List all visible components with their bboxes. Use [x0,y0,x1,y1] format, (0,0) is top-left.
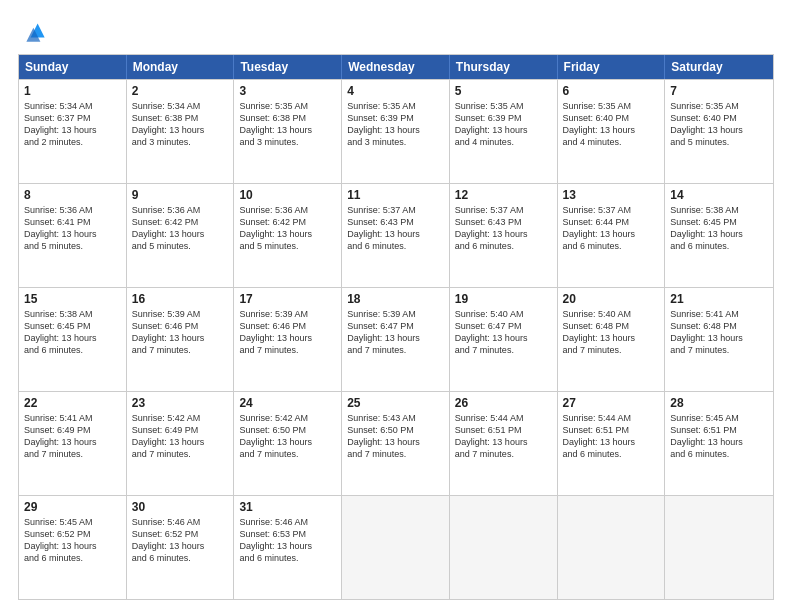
day-number-29: 29 [24,500,121,514]
calendar: SundayMondayTuesdayWednesdayThursdayFrid… [18,54,774,600]
cal-cell-23: 23Sunrise: 5:42 AMSunset: 6:49 PMDayligh… [127,392,235,495]
day-number-25: 25 [347,396,444,410]
cal-cell-1: 1Sunrise: 5:34 AMSunset: 6:37 PMDaylight… [19,80,127,183]
calendar-week-0: 1Sunrise: 5:34 AMSunset: 6:37 PMDaylight… [19,79,773,183]
cal-cell-2: 2Sunrise: 5:34 AMSunset: 6:38 PMDaylight… [127,80,235,183]
logo [18,18,50,46]
day-info-15: Sunrise: 5:38 AMSunset: 6:45 PMDaylight:… [24,308,121,357]
day-info-28: Sunrise: 5:45 AMSunset: 6:51 PMDaylight:… [670,412,768,461]
header-day-thursday: Thursday [450,55,558,79]
cal-cell-8: 8Sunrise: 5:36 AMSunset: 6:41 PMDaylight… [19,184,127,287]
day-info-30: Sunrise: 5:46 AMSunset: 6:52 PMDaylight:… [132,516,229,565]
day-number-27: 27 [563,396,660,410]
day-info-19: Sunrise: 5:40 AMSunset: 6:47 PMDaylight:… [455,308,552,357]
day-info-21: Sunrise: 5:41 AMSunset: 6:48 PMDaylight:… [670,308,768,357]
day-info-6: Sunrise: 5:35 AMSunset: 6:40 PMDaylight:… [563,100,660,149]
header-day-friday: Friday [558,55,666,79]
cal-cell-6: 6Sunrise: 5:35 AMSunset: 6:40 PMDaylight… [558,80,666,183]
day-number-22: 22 [24,396,121,410]
day-number-17: 17 [239,292,336,306]
day-number-30: 30 [132,500,229,514]
logo-icon [18,18,46,46]
day-number-4: 4 [347,84,444,98]
cal-cell-4: 4Sunrise: 5:35 AMSunset: 6:39 PMDaylight… [342,80,450,183]
header-day-saturday: Saturday [665,55,773,79]
day-number-7: 7 [670,84,768,98]
cal-cell-15: 15Sunrise: 5:38 AMSunset: 6:45 PMDayligh… [19,288,127,391]
cal-cell-19: 19Sunrise: 5:40 AMSunset: 6:47 PMDayligh… [450,288,558,391]
day-info-16: Sunrise: 5:39 AMSunset: 6:46 PMDaylight:… [132,308,229,357]
cal-cell-7: 7Sunrise: 5:35 AMSunset: 6:40 PMDaylight… [665,80,773,183]
day-info-5: Sunrise: 5:35 AMSunset: 6:39 PMDaylight:… [455,100,552,149]
day-info-8: Sunrise: 5:36 AMSunset: 6:41 PMDaylight:… [24,204,121,253]
day-info-17: Sunrise: 5:39 AMSunset: 6:46 PMDaylight:… [239,308,336,357]
cal-cell-25: 25Sunrise: 5:43 AMSunset: 6:50 PMDayligh… [342,392,450,495]
cal-cell-12: 12Sunrise: 5:37 AMSunset: 6:43 PMDayligh… [450,184,558,287]
cal-cell-empty-4-4 [450,496,558,599]
header-day-wednesday: Wednesday [342,55,450,79]
cal-cell-27: 27Sunrise: 5:44 AMSunset: 6:51 PMDayligh… [558,392,666,495]
calendar-week-4: 29Sunrise: 5:45 AMSunset: 6:52 PMDayligh… [19,495,773,599]
day-info-22: Sunrise: 5:41 AMSunset: 6:49 PMDaylight:… [24,412,121,461]
day-info-25: Sunrise: 5:43 AMSunset: 6:50 PMDaylight:… [347,412,444,461]
day-number-6: 6 [563,84,660,98]
day-number-26: 26 [455,396,552,410]
cal-cell-14: 14Sunrise: 5:38 AMSunset: 6:45 PMDayligh… [665,184,773,287]
cal-cell-3: 3Sunrise: 5:35 AMSunset: 6:38 PMDaylight… [234,80,342,183]
cal-cell-empty-4-6 [665,496,773,599]
day-number-10: 10 [239,188,336,202]
day-number-31: 31 [239,500,336,514]
cal-cell-21: 21Sunrise: 5:41 AMSunset: 6:48 PMDayligh… [665,288,773,391]
cal-cell-9: 9Sunrise: 5:36 AMSunset: 6:42 PMDaylight… [127,184,235,287]
calendar-body: 1Sunrise: 5:34 AMSunset: 6:37 PMDaylight… [19,79,773,599]
cal-cell-20: 20Sunrise: 5:40 AMSunset: 6:48 PMDayligh… [558,288,666,391]
day-info-13: Sunrise: 5:37 AMSunset: 6:44 PMDaylight:… [563,204,660,253]
cal-cell-empty-4-3 [342,496,450,599]
calendar-week-1: 8Sunrise: 5:36 AMSunset: 6:41 PMDaylight… [19,183,773,287]
day-info-2: Sunrise: 5:34 AMSunset: 6:38 PMDaylight:… [132,100,229,149]
day-number-1: 1 [24,84,121,98]
header-day-monday: Monday [127,55,235,79]
day-number-11: 11 [347,188,444,202]
day-info-12: Sunrise: 5:37 AMSunset: 6:43 PMDaylight:… [455,204,552,253]
day-number-2: 2 [132,84,229,98]
calendar-week-3: 22Sunrise: 5:41 AMSunset: 6:49 PMDayligh… [19,391,773,495]
day-number-19: 19 [455,292,552,306]
day-info-9: Sunrise: 5:36 AMSunset: 6:42 PMDaylight:… [132,204,229,253]
day-info-10: Sunrise: 5:36 AMSunset: 6:42 PMDaylight:… [239,204,336,253]
cal-cell-18: 18Sunrise: 5:39 AMSunset: 6:47 PMDayligh… [342,288,450,391]
day-number-21: 21 [670,292,768,306]
day-number-8: 8 [24,188,121,202]
cal-cell-empty-4-5 [558,496,666,599]
cal-cell-5: 5Sunrise: 5:35 AMSunset: 6:39 PMDaylight… [450,80,558,183]
day-info-31: Sunrise: 5:46 AMSunset: 6:53 PMDaylight:… [239,516,336,565]
day-info-27: Sunrise: 5:44 AMSunset: 6:51 PMDaylight:… [563,412,660,461]
day-number-12: 12 [455,188,552,202]
day-info-20: Sunrise: 5:40 AMSunset: 6:48 PMDaylight:… [563,308,660,357]
day-info-24: Sunrise: 5:42 AMSunset: 6:50 PMDaylight:… [239,412,336,461]
day-number-15: 15 [24,292,121,306]
calendar-week-2: 15Sunrise: 5:38 AMSunset: 6:45 PMDayligh… [19,287,773,391]
header [18,18,774,46]
calendar-header-row: SundayMondayTuesdayWednesdayThursdayFrid… [19,55,773,79]
day-number-13: 13 [563,188,660,202]
day-info-18: Sunrise: 5:39 AMSunset: 6:47 PMDaylight:… [347,308,444,357]
day-number-9: 9 [132,188,229,202]
cal-cell-10: 10Sunrise: 5:36 AMSunset: 6:42 PMDayligh… [234,184,342,287]
day-info-26: Sunrise: 5:44 AMSunset: 6:51 PMDaylight:… [455,412,552,461]
cal-cell-11: 11Sunrise: 5:37 AMSunset: 6:43 PMDayligh… [342,184,450,287]
cal-cell-31: 31Sunrise: 5:46 AMSunset: 6:53 PMDayligh… [234,496,342,599]
day-info-29: Sunrise: 5:45 AMSunset: 6:52 PMDaylight:… [24,516,121,565]
day-info-11: Sunrise: 5:37 AMSunset: 6:43 PMDaylight:… [347,204,444,253]
header-day-tuesday: Tuesday [234,55,342,79]
day-number-28: 28 [670,396,768,410]
cal-cell-30: 30Sunrise: 5:46 AMSunset: 6:52 PMDayligh… [127,496,235,599]
day-info-1: Sunrise: 5:34 AMSunset: 6:37 PMDaylight:… [24,100,121,149]
day-number-16: 16 [132,292,229,306]
cal-cell-13: 13Sunrise: 5:37 AMSunset: 6:44 PMDayligh… [558,184,666,287]
day-number-18: 18 [347,292,444,306]
day-info-14: Sunrise: 5:38 AMSunset: 6:45 PMDaylight:… [670,204,768,253]
day-info-4: Sunrise: 5:35 AMSunset: 6:39 PMDaylight:… [347,100,444,149]
day-number-24: 24 [239,396,336,410]
day-number-20: 20 [563,292,660,306]
